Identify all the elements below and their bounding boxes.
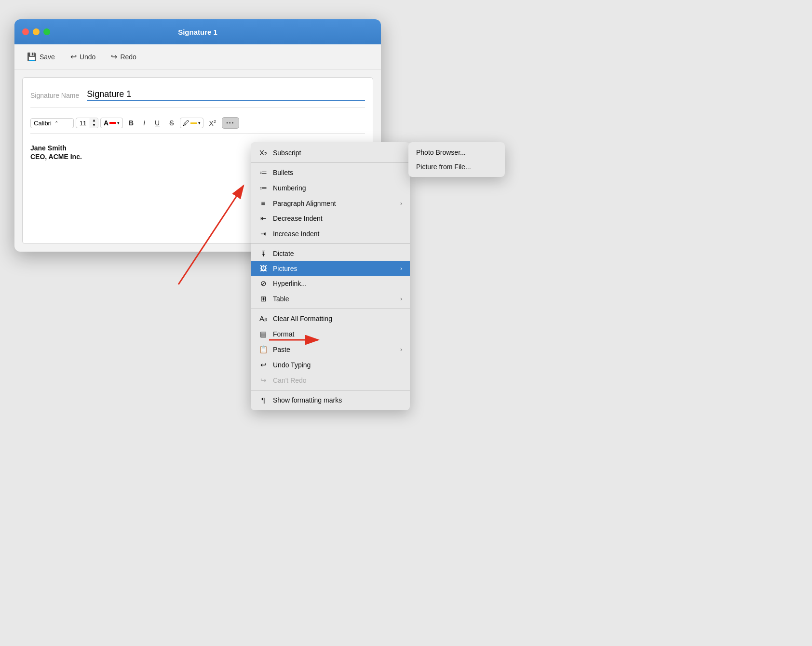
menu-label-cant-redo: Can't Redo (273, 377, 402, 384)
highlight-chevron: ▾ (198, 121, 201, 125)
superscript-button[interactable]: X2 (205, 117, 220, 129)
signature-name-row: Signature Name (30, 85, 365, 108)
menu-arrow-paste: › (400, 346, 402, 353)
menu-item-hyperlink[interactable]: ⊘Hyperlink... (251, 276, 410, 291)
menu-item-clear-formatting[interactable]: AᵦClear All Formatting (251, 311, 410, 326)
menu-icon-hyperlink: ⊘ (258, 279, 268, 288)
bold-button[interactable]: B (125, 117, 137, 129)
font-name: Calibri (34, 120, 52, 127)
menu-item-format[interactable]: ▤Format (251, 326, 410, 342)
submenu-item-picture-from-file[interactable]: Picture from File... (408, 160, 505, 174)
underline-button[interactable]: U (151, 117, 163, 129)
menu-item-pictures[interactable]: 🖼Pictures› (251, 261, 410, 276)
signature-name-label: Signature Name (30, 92, 79, 99)
submenu-label-photo-browser: Photo Browser... (416, 148, 497, 156)
menu-arrow-paragraph-alignment: › (400, 200, 402, 207)
submenu-label-picture-from-file: Picture from File... (416, 163, 497, 171)
menu-label-paste: Paste (273, 346, 395, 353)
close-button[interactable] (22, 28, 29, 35)
save-icon: 💾 (27, 52, 37, 61)
more-button[interactable]: ··· (222, 117, 239, 129)
menu-item-table[interactable]: ⊞Table› (251, 291, 410, 307)
menu-icon-paste: 📋 (258, 345, 268, 354)
strikethrough-button[interactable]: S (165, 117, 177, 129)
menu-label-paragraph-alignment: Paragraph Alignment (273, 200, 395, 207)
menu-item-show-formatting[interactable]: ¶Show formatting marks (251, 392, 410, 407)
menu-icon-format: ▤ (258, 330, 268, 338)
menu-divider (251, 162, 410, 163)
menu-item-paste[interactable]: 📋Paste› (251, 342, 410, 357)
save-button[interactable]: 💾 Save (24, 50, 58, 63)
menu-icon-clear-formatting: Aᵦ (258, 314, 268, 323)
menu-icon-cant-redo: ↪ (258, 376, 268, 385)
submenu-item-photo-browser[interactable]: Photo Browser... (408, 145, 505, 160)
menu-arrow-pictures: › (400, 265, 402, 272)
redo-button[interactable]: ↪ Redo (108, 50, 139, 63)
signature-name-input[interactable] (87, 89, 365, 101)
highlight-bar (190, 122, 197, 124)
menu-label-show-formatting: Show formatting marks (273, 396, 402, 404)
highlight-icon: 🖊 (183, 119, 189, 127)
menu-label-increase-indent: Increase Indent (273, 230, 402, 238)
font-size-down[interactable]: ▼ (90, 123, 98, 128)
minimize-button[interactable] (33, 28, 40, 35)
menu-label-pictures: Pictures (273, 265, 395, 272)
italic-button[interactable]: I (139, 117, 149, 129)
menu-label-dictate: Dictate (273, 250, 402, 257)
redo-label: Redo (120, 53, 136, 61)
font-size-stepper[interactable]: 11 ▲ ▼ (76, 118, 98, 128)
menu-item-numbering[interactable]: ≔Numbering (251, 180, 410, 196)
menu-item-paragraph-alignment[interactable]: ≡Paragraph Alignment› (251, 196, 410, 211)
menu-label-undo-typing: Undo Typing (273, 361, 402, 369)
window-title: Signature 1 (178, 28, 217, 36)
font-color-button[interactable]: A ▾ (100, 118, 123, 128)
menu-label-decrease-indent: Decrease Indent (273, 215, 402, 222)
dropdown-menu: X₂Subscript≔Bullets≔Numbering≡Paragraph … (251, 142, 410, 410)
undo-button[interactable]: ↩ Undo (68, 50, 98, 63)
menu-icon-subscript: X₂ (258, 148, 268, 157)
stepper-arrows: ▲ ▼ (90, 118, 98, 128)
menu-item-decrease-indent[interactable]: ⇤Decrease Indent (251, 211, 410, 226)
title-bar-buttons (22, 28, 50, 35)
menu-icon-decrease-indent: ⇤ (258, 214, 268, 223)
font-selector[interactable]: Calibri ⌃ (30, 118, 74, 128)
menu-item-subscript[interactable]: X₂Subscript (251, 145, 410, 161)
menu-icon-dictate: 🎙 (258, 249, 268, 257)
menu-divider (251, 309, 410, 309)
menu-item-dictate[interactable]: 🎙Dictate (251, 246, 410, 261)
pictures-submenu: Photo Browser...Picture from File... (408, 142, 505, 177)
menu-item-bullets[interactable]: ≔Bullets (251, 165, 410, 180)
menu-icon-increase-indent: ⇥ (258, 229, 268, 238)
format-bar: Calibri ⌃ 11 ▲ ▼ A ▾ B I U S 🖊 (30, 113, 365, 134)
menu-item-undo-typing[interactable]: ↩Undo Typing (251, 357, 410, 373)
title-bar: Signature 1 (14, 19, 381, 44)
font-size-up[interactable]: ▲ (90, 118, 98, 123)
font-color-swatch (109, 122, 116, 124)
menu-label-subscript: Subscript (273, 149, 402, 157)
maximize-button[interactable] (43, 28, 50, 35)
menu-item-increase-indent[interactable]: ⇥Increase Indent (251, 226, 410, 242)
menu-icon-undo-typing: ↩ (258, 361, 268, 369)
menu-arrow-table: › (400, 296, 402, 302)
save-label: Save (40, 53, 55, 61)
font-chevron-icon: ⌃ (54, 121, 58, 126)
font-size-value: 11 (76, 119, 90, 128)
menu-divider (251, 390, 410, 390)
undo-label: Undo (80, 53, 95, 61)
menu-label-numbering: Numbering (273, 184, 402, 192)
font-color-label: A (104, 119, 108, 127)
highlight-button[interactable]: 🖊 ▾ (180, 118, 203, 128)
menu-label-bullets: Bullets (273, 169, 402, 176)
menu-label-format: Format (273, 330, 402, 338)
menu-icon-bullets: ≔ (258, 168, 268, 177)
menu-icon-pictures: 🖼 (258, 264, 268, 272)
menu-icon-numbering: ≔ (258, 184, 268, 192)
undo-icon: ↩ (70, 52, 77, 61)
menu-divider (251, 243, 410, 244)
menu-label-hyperlink: Hyperlink... (273, 280, 402, 287)
font-color-chevron: ▾ (117, 121, 120, 125)
redo-icon: ↪ (111, 52, 117, 61)
menu-label-table: Table (273, 295, 395, 303)
menu-label-clear-formatting: Clear All Formatting (273, 315, 402, 323)
menu-icon-table: ⊞ (258, 295, 268, 303)
